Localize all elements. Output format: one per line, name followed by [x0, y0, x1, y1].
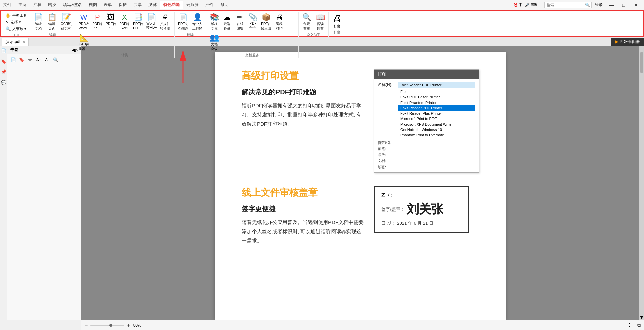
cloud-backup-button[interactable]: ☁ 云端备份 — [221, 12, 233, 32]
close-button[interactable]: × — [630, 0, 642, 10]
page-canvas[interactable]: 高级打印设置 解决常见的PDF打印难题 福昕PDF阅读器拥有强大的打印功能, 界… — [215, 52, 506, 320]
sogou-keyboard-icon[interactable]: ⌨ — [531, 3, 537, 7]
menu-home[interactable]: 主页 — [15, 1, 30, 9]
pdf-to-pdf-button[interactable]: 📑 PDF转PDF — [132, 12, 144, 31]
login-button[interactable]: 登录 — [595, 2, 603, 8]
menu-browse[interactable]: 浏览 — [145, 1, 160, 9]
bm-smaller-icon[interactable]: A- — [43, 56, 51, 63]
scrollbar-down-button[interactable]: ▼ — [639, 315, 644, 320]
tab-close-button[interactable]: × — [23, 40, 25, 44]
print-group: 🖨 打窗 打窗 — [329, 12, 345, 35]
pdf-translate-button[interactable]: 📄 PDF文档翻译 — [177, 12, 189, 32]
menu-view[interactable]: 视图 — [85, 1, 100, 9]
zoom-slider-thumb[interactable] — [109, 324, 112, 327]
remote-print-label: 远程打印 — [276, 22, 283, 31]
menu-convert[interactable]: 转换 — [45, 1, 60, 9]
printer-foxit-phantom[interactable]: Foxit Phantom Printer — [398, 100, 475, 105]
section1-text: 高级打印设置 解决常见的PDF打印难题 福昕PDF阅读器拥有强大的打印功能, 界… — [242, 69, 364, 128]
search-icon[interactable]: 🔍 — [585, 3, 590, 7]
select-tool-button[interactable]: ↖ 选择 ▾ — [4, 19, 28, 25]
side-page-icon[interactable]: 📄 — [1, 48, 6, 53]
menu-annotation[interactable]: 注释 — [30, 1, 45, 9]
scan-button[interactable]: 🖨 扫描件转换器 — [159, 12, 172, 32]
sogou-mic-icon[interactable]: 🎤 — [525, 3, 530, 7]
printer-ms-xps[interactable]: Microsoft XPS Document Writer — [398, 122, 475, 127]
pdf-to-ppt-button[interactable]: P PDF转PPT — [91, 12, 104, 31]
document-label: 文档: — [378, 158, 395, 163]
printer-foxit-reader[interactable]: Foxit Reader PDF Printer — [398, 105, 475, 111]
menu-share[interactable]: 共享 — [130, 1, 145, 9]
printer-foxit-plus[interactable]: Foxit Reader Plus Printer — [398, 111, 475, 116]
edit-doc-button[interactable]: 📄 编辑文档 — [32, 12, 44, 32]
bm-page-icon[interactable]: 📄 — [9, 56, 17, 63]
section1-visual: 打印 名称(N): Foxit Reader PDF Printer Fax F… — [374, 69, 479, 173]
print-button[interactable]: 🖨 打窗 — [331, 12, 343, 29]
doc-meeting-button[interactable]: 👥 文档会议 — [208, 32, 220, 52]
printer-name-row: 名称(N): Foxit Reader PDF Printer Fax Foxi… — [378, 82, 475, 138]
remote-print-button[interactable]: 🖨 远程打印 — [273, 12, 285, 32]
left-side-icons: 📄 🔖 📌 💬 — [0, 46, 7, 320]
minimize-button[interactable]: — — [605, 0, 618, 10]
printer-ms-pdf[interactable]: Microsoft Print to PDF — [398, 116, 475, 122]
pdf-editor-tab[interactable]: ▶ PDF编辑器 — [611, 38, 644, 46]
template-button[interactable]: 📚 模板文库 — [208, 12, 220, 32]
read-survey-button[interactable]: 📖 阅读调查 — [314, 12, 326, 32]
sogou-more-icon[interactable]: ⋯ — [538, 3, 542, 7]
printer-phantom-evernote[interactable]: Phantom Print to Evernote — [398, 132, 475, 138]
menu-plugin[interactable]: 插件 — [202, 1, 217, 9]
scrollbar-thumb[interactable] — [640, 52, 643, 73]
scrollbar-track[interactable]: ▼ — [639, 46, 644, 320]
zoom-tool-button[interactable]: 🔍 入缩放 ▾ — [4, 26, 28, 32]
bm-bigger-icon[interactable]: A+ — [35, 56, 42, 63]
side-comment-icon[interactable]: 💬 — [1, 80, 6, 85]
bookmark-header: 书签 ◀ ▷ — [7, 46, 81, 54]
menu-special[interactable]: 特色功能 — [160, 1, 183, 9]
menu-protect[interactable]: 保护 — [115, 1, 130, 9]
pdf-compress-button[interactable]: 📦 PDF在线压缩 — [260, 12, 273, 32]
printer-foxit-editor[interactable]: Foxit PDF Editor Printer — [398, 94, 475, 100]
pdf-to-jpg-button[interactable]: 🖼 PDF转JPG — [104, 12, 117, 31]
free-check-button[interactable]: 🔍 免费查重 — [301, 12, 313, 32]
fullscreen-button[interactable]: ⛶ — [629, 322, 635, 328]
zoom-out-button[interactable]: − — [85, 322, 88, 328]
menu-file[interactable]: 文件 — [0, 1, 15, 9]
bm-search-icon[interactable]: 🔍 — [52, 56, 59, 63]
menu-fill-sign[interactable]: 填写&签名 — [60, 1, 85, 9]
menu-cloud[interactable]: 云服务 — [183, 1, 202, 9]
pdf-to-excel-button[interactable]: X PDF转Excel — [118, 12, 131, 31]
menu-help[interactable]: 帮助 — [217, 1, 232, 9]
print-buttons: 🖨 打窗 — [331, 12, 343, 29]
hand-tool-button[interactable]: ✋ 手型工具 — [4, 12, 28, 19]
pdf-to-word-button[interactable]: W PDF转Word — [77, 12, 90, 31]
cad-button[interactable]: 📐 CAD转换器 — [77, 32, 90, 52]
side-thumbnail-icon[interactable]: 📌 — [1, 69, 6, 74]
cad-icon: 📐 — [79, 33, 88, 42]
bm-edit-icon[interactable]: ✏ — [26, 56, 34, 63]
printer-name-input[interactable]: Foxit Reader PDF Printer — [398, 82, 475, 88]
word-to-pdf-button[interactable]: 📄 Word转PDF — [145, 12, 158, 31]
printer-onenote[interactable]: OneNote for Windows 10 — [398, 127, 475, 132]
maximize-button[interactable]: □ — [618, 0, 630, 10]
pro-translate-button[interactable]: 👤 专业人工翻译 — [191, 12, 204, 32]
tab-label: 演示.pdf — [5, 39, 20, 45]
page-view-button[interactable]: ⧉ — [637, 322, 641, 328]
signature-box: 乙 方: 签字/盖章： 刘关张 日 期： 2021 年 6 月 21 日 — [374, 186, 469, 233]
pdf-merge-button[interactable]: 📎 PDF合并 — [247, 12, 259, 32]
zoom-label: 入缩放 ▾ — [12, 26, 26, 31]
printer-fax[interactable]: Fax — [398, 89, 475, 94]
pdf-tab[interactable]: 演示.pdf × — [2, 38, 29, 46]
bm-add-icon[interactable]: 🔖 — [18, 56, 25, 63]
search-input[interactable] — [544, 2, 592, 8]
edit-group: 📄 编辑文档 📋 编辑页面 📝 OCR识别文本 编辑 — [30, 12, 75, 37]
online-edit-button[interactable]: ✏ 在线编辑 — [234, 12, 246, 32]
zoom-slider[interactable] — [90, 325, 124, 326]
section2-body: 随着无纸化办公应用普及。当遇到使用PDF文档中需要添加个人签名或者标识时, 可以… — [242, 218, 364, 245]
word-pdf-label: Word转PDF — [146, 22, 157, 30]
side-bookmark-icon[interactable]: 🔖 — [1, 59, 6, 64]
ocr-button[interactable]: 📝 OCR识别文本 — [59, 12, 73, 32]
ribbon-toolbar: ✋ 手型工具 ↖ 选择 ▾ 🔍 入缩放 ▾ 工具 📄 编辑文档 📋 编辑页面 — [0, 10, 644, 37]
edit-page-button[interactable]: 📋 编辑页面 — [46, 12, 58, 32]
menu-form[interactable]: 表单 — [100, 1, 115, 9]
bookmark-expand-icon[interactable]: ◀ — [72, 48, 75, 52]
zoom-in-button[interactable]: + — [127, 322, 130, 328]
